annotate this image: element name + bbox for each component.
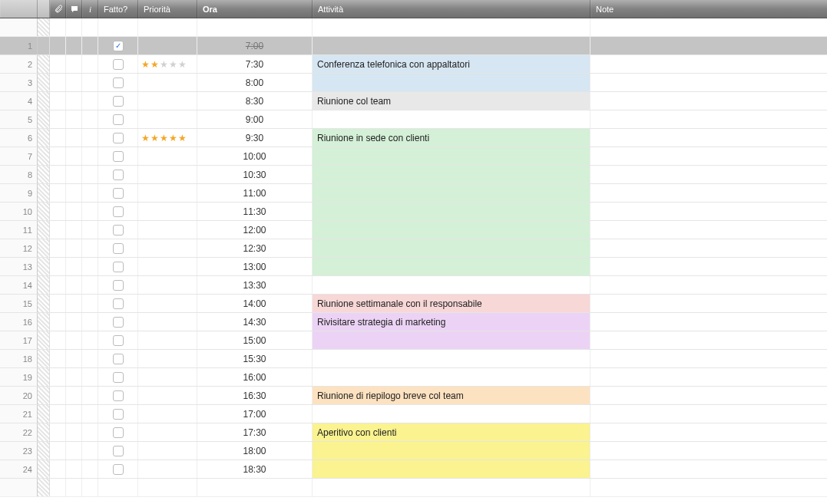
row-handle[interactable] <box>38 166 50 183</box>
activity-cell[interactable]: Rivisitare strategia di marketing <box>313 313 590 331</box>
priority-cell[interactable] <box>138 442 197 460</box>
time-cell[interactable]: 15:00 <box>197 331 313 349</box>
attachment-cell[interactable] <box>50 423 66 441</box>
table-row[interactable]: 1413:30 <box>0 276 827 295</box>
attachment-cell[interactable] <box>50 92 66 110</box>
activity-cell[interactable] <box>313 203 590 220</box>
table-row[interactable]: 1212:30 <box>0 239 827 258</box>
table-row[interactable]: 1715:00 <box>0 331 827 350</box>
note-cell[interactable] <box>590 405 827 423</box>
row-handle[interactable] <box>38 92 50 110</box>
time-cell[interactable]: 11:00 <box>197 184 313 202</box>
priority-cell[interactable] <box>138 313 197 331</box>
header-comment[interactable] <box>66 0 82 18</box>
comment-cell[interactable] <box>66 129 82 147</box>
time-cell[interactable]: 13:00 <box>197 258 313 275</box>
row-handle[interactable] <box>38 74 50 91</box>
done-checkbox[interactable] <box>113 317 124 328</box>
activity-cell[interactable]: Aperitivo con clienti <box>313 423 590 441</box>
attachment-cell[interactable] <box>50 147 66 165</box>
time-cell[interactable]: 7:00 <box>197 37 313 54</box>
row-handle[interactable] <box>38 110 50 128</box>
row-number[interactable]: 21 <box>0 405 38 423</box>
priority-cell[interactable] <box>138 331 197 349</box>
done-checkbox[interactable] <box>113 59 124 70</box>
attachment-cell[interactable] <box>50 368 66 386</box>
priority-cell[interactable] <box>138 110 197 128</box>
time-cell[interactable]: 14:30 <box>197 313 313 331</box>
note-cell[interactable] <box>590 442 827 460</box>
table-row[interactable]: 2318:00 <box>0 442 827 460</box>
priority-cell[interactable]: ★★★★★ <box>138 129 197 147</box>
row-handle[interactable] <box>38 350 50 367</box>
activity-cell[interactable] <box>313 74 590 91</box>
comment-cell[interactable] <box>66 313 82 331</box>
row-number[interactable]: 2 <box>0 55 38 73</box>
row-number[interactable]: 17 <box>0 331 38 349</box>
info-cell[interactable] <box>82 74 98 91</box>
row-number[interactable]: 3 <box>0 74 38 91</box>
info-cell[interactable] <box>82 110 98 128</box>
activity-cell[interactable]: Riunione settimanale con il responsabile <box>313 295 590 312</box>
attachment-cell[interactable] <box>50 203 66 220</box>
done-checkbox[interactable] <box>113 262 124 272</box>
priority-cell[interactable] <box>138 295 197 312</box>
done-checkbox[interactable] <box>113 372 124 383</box>
priority-cell[interactable] <box>138 350 197 367</box>
row-number[interactable]: 24 <box>0 460 38 478</box>
table-row[interactable]: 2★★★★★7:30Conferenza telefonica con appa… <box>0 55 827 74</box>
time-cell[interactable]: 7:30 <box>197 55 313 73</box>
done-checkbox[interactable] <box>113 133 124 143</box>
activity-cell[interactable] <box>313 110 590 128</box>
priority-cell[interactable] <box>138 184 197 202</box>
done-checkbox[interactable] <box>113 446 124 456</box>
row-number[interactable]: 8 <box>0 166 38 183</box>
note-cell[interactable] <box>590 460 827 478</box>
activity-cell[interactable] <box>313 442 590 460</box>
activity-cell[interactable] <box>313 166 590 183</box>
time-cell[interactable]: 9:30 <box>197 129 313 147</box>
row-handle[interactable] <box>38 184 50 202</box>
table-row[interactable]: 1313:00 <box>0 258 827 276</box>
comment-cell[interactable] <box>66 368 82 386</box>
table-row[interactable]: 1614:30Rivisitare strategia di marketing <box>0 313 827 331</box>
row-handle[interactable] <box>38 276 50 294</box>
row-number[interactable]: 15 <box>0 295 38 312</box>
priority-cell[interactable] <box>138 166 197 183</box>
attachment-cell[interactable] <box>50 166 66 183</box>
priority-cell[interactable] <box>138 203 197 220</box>
priority-cell[interactable] <box>138 239 197 257</box>
row-handle[interactable] <box>38 423 50 441</box>
comment-cell[interactable] <box>66 37 82 54</box>
activity-cell[interactable]: Conferenza telefonica con appaltatori <box>313 55 590 73</box>
row-handle[interactable] <box>38 460 50 478</box>
header-attachment[interactable] <box>50 0 66 18</box>
priority-cell[interactable] <box>138 276 197 294</box>
row-handle[interactable] <box>38 221 50 239</box>
note-cell[interactable] <box>590 239 827 257</box>
info-cell[interactable] <box>82 442 98 460</box>
activity-cell[interactable] <box>313 460 590 478</box>
attachment-cell[interactable] <box>50 387 66 404</box>
row-handle[interactable] <box>38 331 50 349</box>
row-number[interactable]: 13 <box>0 258 38 275</box>
header-rownum[interactable] <box>0 0 38 18</box>
done-checkbox[interactable] <box>113 354 124 364</box>
info-cell[interactable] <box>82 387 98 404</box>
priority-cell[interactable] <box>138 92 197 110</box>
attachment-cell[interactable] <box>50 129 66 147</box>
comment-cell[interactable] <box>66 442 82 460</box>
info-cell[interactable] <box>82 55 98 73</box>
priority-cell[interactable] <box>138 405 197 423</box>
priority-cell[interactable] <box>138 147 197 165</box>
note-cell[interactable] <box>590 350 827 367</box>
info-cell[interactable] <box>82 92 98 110</box>
done-checkbox[interactable] <box>113 390 124 401</box>
time-cell[interactable]: 8:30 <box>197 92 313 110</box>
row-handle[interactable] <box>38 368 50 386</box>
comment-cell[interactable] <box>66 460 82 478</box>
note-cell[interactable] <box>590 276 827 294</box>
priority-cell[interactable] <box>138 368 197 386</box>
info-cell[interactable] <box>82 129 98 147</box>
info-cell[interactable] <box>82 405 98 423</box>
